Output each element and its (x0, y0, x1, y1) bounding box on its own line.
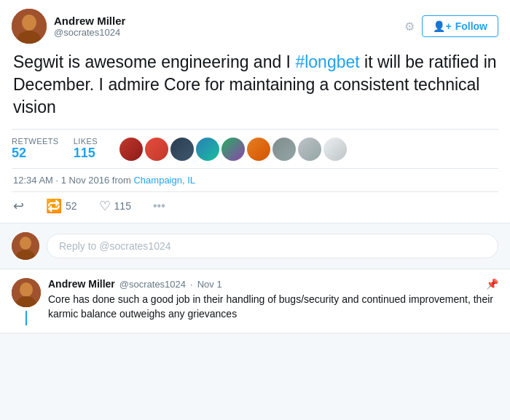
thread-line (26, 311, 27, 325)
tweet-hashtag[interactable]: #longbet (295, 52, 359, 71)
more-icon: ••• (153, 199, 165, 213)
retweet-count: 52 (66, 200, 77, 212)
tweet-actions: ↩ 🔁 52 ♡ 115 ••• (12, 192, 498, 215)
liker-avatar-7[interactable] (272, 138, 296, 161)
tweet-header-left: Andrew Miller @socrates1024 (12, 9, 125, 44)
reply-placeholder: Reply to @socrates1024 (59, 240, 171, 252)
reply-tweet-content: Andrew Miller @socrates1024 · Nov 1 Core… (48, 278, 498, 325)
reply-author-handle[interactable]: @socrates1024 (119, 279, 186, 290)
follow-button[interactable]: 👤+ Follow (422, 15, 498, 37)
retweets-label: RETWEETS (12, 137, 59, 146)
reply-tweet-left (12, 278, 41, 325)
timestamp-text: 12:34 AM · 1 Nov 2016 from (13, 175, 133, 186)
more-action[interactable]: ••• (153, 199, 165, 213)
avatar[interactable] (12, 9, 47, 44)
main-tweet-card: Andrew Miller @socrates1024 ⚙ 👤+ Follow … (0, 0, 510, 223)
liker-avatar-5[interactable] (221, 138, 245, 161)
follow-label: Follow (455, 20, 487, 32)
svg-point-4 (20, 237, 31, 250)
retweet-action[interactable]: 🔁 52 (46, 198, 77, 214)
like-count: 115 (114, 200, 131, 212)
reply-author-name[interactable]: Andrew Miller (48, 278, 115, 290)
reply-action[interactable]: ↩ (13, 198, 24, 214)
like-action[interactable]: ♡ 115 (99, 198, 131, 214)
author-handle[interactable]: @socrates1024 (54, 27, 125, 38)
reply-timestamp: Nov 1 (197, 279, 222, 290)
svg-point-7 (20, 282, 33, 297)
settings-icon[interactable]: ⚙ (404, 20, 415, 33)
follow-person-icon: 👤+ (433, 20, 451, 32)
liker-avatar-2[interactable] (145, 138, 168, 161)
pin-icon: 📌 (486, 278, 498, 290)
likes-stat: LIKES 115 (74, 137, 98, 161)
liker-avatar-6[interactable] (247, 138, 270, 161)
author-name[interactable]: Andrew Miller (54, 15, 125, 27)
location-link[interactable]: Champaign, IL (133, 175, 195, 186)
tweet-stats-row: RETWEETS 52 LIKES 115 (12, 129, 498, 168)
tweet-body: Segwit is awesome engineering and I #lon… (12, 51, 498, 119)
retweet-icon: 🔁 (46, 198, 62, 214)
likes-label: LIKES (74, 137, 98, 146)
liker-avatar-1[interactable] (119, 138, 143, 161)
tweet-header-right: ⚙ 👤+ Follow (404, 15, 498, 37)
retweets-count[interactable]: 52 (12, 146, 59, 161)
tweet-header: Andrew Miller @socrates1024 ⚙ 👤+ Follow (12, 9, 498, 44)
user-info: Andrew Miller @socrates1024 (54, 15, 125, 38)
like-icon: ♡ (99, 198, 111, 214)
tweet-text-before-hashtag: Segwit is awesome engineering and I (13, 52, 295, 71)
reply-icon: ↩ (13, 198, 24, 214)
reply-tweet-header: Andrew Miller @socrates1024 · Nov 1 (48, 278, 498, 290)
separator-dot: · (190, 279, 193, 290)
reply-input-field[interactable]: Reply to @socrates1024 (47, 234, 498, 258)
liker-avatar-3[interactable] (170, 138, 194, 161)
liker-avatar-4[interactable] (196, 138, 219, 161)
likers-avatars (119, 138, 347, 161)
svg-point-1 (22, 15, 36, 31)
reply-section: Reply to @socrates1024 (0, 223, 510, 269)
reply-tweet-body: Core has done such a good job in their h… (48, 293, 498, 321)
likes-count[interactable]: 115 (74, 146, 98, 161)
retweets-stat: RETWEETS 52 (12, 137, 59, 161)
liker-avatar-8[interactable] (298, 138, 321, 161)
tweet-timestamp: 12:34 AM · 1 Nov 2016 from Champaign, IL (12, 168, 498, 192)
liker-avatar-9[interactable] (323, 138, 347, 161)
reply-author-avatar[interactable] (12, 278, 41, 307)
reply-user-avatar (12, 232, 39, 260)
reply-tweet-card: Andrew Miller @socrates1024 · Nov 1 Core… (0, 269, 510, 333)
